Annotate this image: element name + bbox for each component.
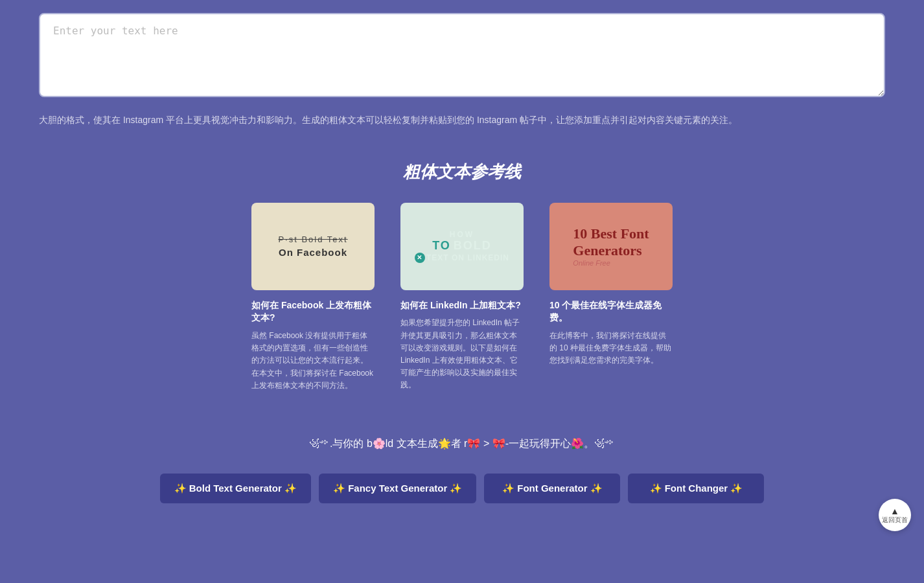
facebook-card-inner: P·st Bold Text On Facebook: [265, 222, 360, 271]
back-to-top-label: 返回页首: [882, 516, 908, 524]
text-input[interactable]: [39, 13, 885, 97]
linkedin-bold-text: BOLD: [454, 239, 492, 253]
card-title-fonts: 10 个最佳在线字体生成器免费。: [549, 299, 673, 325]
fun-banner: ꧁༺.与你的 b🌸ld 文本生成🌟者 r🎀 > 🎀-一起玩得开心🌺。꧁༺: [0, 418, 924, 464]
fonts-10: 10 Best Font: [573, 225, 649, 242]
card-desc-fonts: 在此博客中，我们将探讨在线提供的 10 种最佳免费字体生成器，帮助您找到满足您需…: [549, 330, 673, 367]
card-title-linkedin: 如何在 LinkedIn 上加粗文本?: [400, 299, 524, 312]
card-fonts: 10 Best Font Generators Online Free 10 个…: [549, 203, 673, 392]
linkedin-circle: ✕: [415, 253, 425, 263]
fun-banner-text: ꧁༺.与你的 b🌸ld 文本生成🌟者 r🎀 > 🎀-一起玩得开心🌺。꧁༺: [309, 438, 615, 449]
card-facebook: P·st Bold Text On Facebook 如何在 Facebook …: [251, 203, 375, 392]
fancy-text-generator-button[interactable]: ✨ Fancy Text Generator ✨: [319, 474, 476, 503]
back-to-top-button[interactable]: ▲ 返回页首: [879, 499, 911, 531]
card-desc-linkedin: 如果您希望提升您的 LinkedIn 帖子并使其更具吸引力，那么粗体文本可以改变…: [400, 317, 524, 391]
footer-buttons: ✨ Bold Text Generator ✨ ✨ Fancy Text Gen…: [0, 464, 924, 516]
card-image-linkedin: HOW TO BOLD ✕ TEXT ON LINKEDIN: [400, 203, 524, 290]
linkedin-how: HOW: [415, 230, 509, 239]
font-changer-button[interactable]: ✨ Font Changer ✨: [628, 474, 764, 503]
fb-text-line1: P·st Bold Text: [278, 234, 347, 244]
reference-section: 粗体文本参考线 P·st Bold Text On Facebook 如何在 F…: [0, 148, 924, 418]
description-content: 大胆的格式，使其在 Instagram 平台上更具视觉冲击力和影响力。生成的粗体…: [39, 115, 737, 125]
reference-title: 粗体文本参考线: [39, 161, 885, 183]
card-title-facebook: 如何在 Facebook 上发布粗体文本?: [251, 299, 375, 325]
card-desc-facebook: 虽然 Facebook 没有提供用于粗体格式的内置选项，但有一些创造性的方法可以…: [251, 330, 375, 392]
fb-text-bold: On Facebook: [278, 247, 347, 258]
fonts-online: Online Free: [573, 259, 649, 267]
fonts-card-inner: 10 Best Font Generators Online Free: [563, 216, 658, 277]
card-image-fonts: 10 Best Font Generators Online Free: [549, 203, 673, 290]
card-image-facebook: P·st Bold Text On Facebook: [251, 203, 375, 290]
fonts-generators: Generators: [573, 242, 649, 259]
card-linkedin: HOW TO BOLD ✕ TEXT ON LINKEDIN 如何在 Linke…: [400, 203, 524, 392]
font-generator-button[interactable]: ✨ Font Generator ✨: [484, 474, 620, 503]
linkedin-to: TO: [432, 239, 451, 253]
description-text: 大胆的格式，使其在 Instagram 平台上更具视觉冲击力和影响力。生成的粗体…: [0, 106, 924, 148]
bold-text-generator-button[interactable]: ✨ Bold Text Generator ✨: [160, 474, 311, 503]
linkedin-rest: ✕ TEXT ON LINKEDIN: [415, 253, 509, 263]
arrow-up-icon: ▲: [890, 506, 899, 517]
cards-container: P·st Bold Text On Facebook 如何在 Facebook …: [39, 203, 885, 392]
linkedin-card-inner: HOW TO BOLD ✕ TEXT ON LINKEDIN: [405, 220, 519, 273]
linkedin-text-on: TEXT ON LINKEDIN: [426, 253, 509, 262]
text-input-section: [0, 0, 924, 106]
